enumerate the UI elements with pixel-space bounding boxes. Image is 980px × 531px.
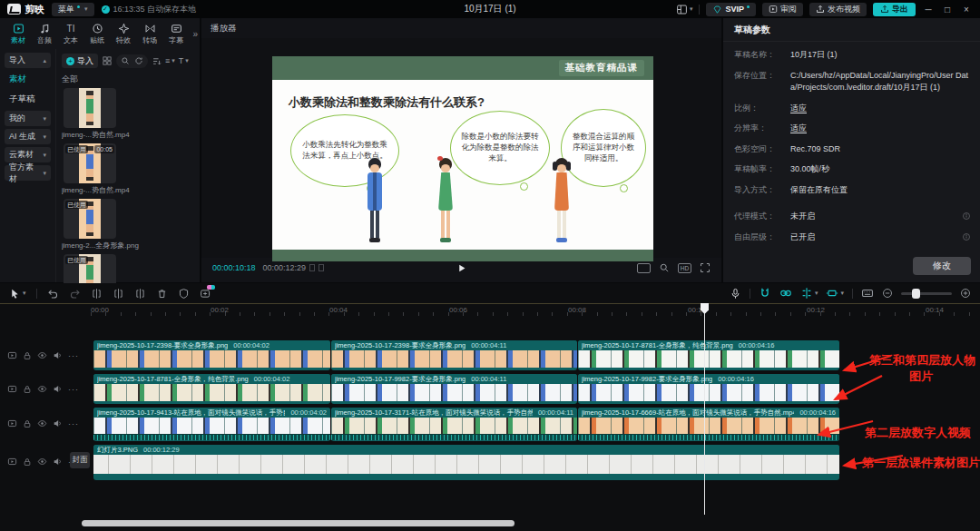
horizontal-scrollbar[interactable] [82,520,514,526]
timeline-ruler[interactable]: 00:00 00:02 00:04 00:06 00:08 00:10 00:1… [0,303,980,318]
modify-button[interactable]: 修改 [913,257,971,275]
track-type-icon[interactable] [7,384,17,394]
tab-text[interactable]: TI文本 [58,23,83,45]
tab-transition[interactable]: 转场 [137,23,162,45]
eye-icon[interactable] [37,457,47,467]
timeline-clip[interactable]: jimeng-2025-10-17-9982-要求全身形象.png00:00:0… [331,374,577,404]
param-value-link[interactable]: 适应 [790,123,807,135]
hd-preview-icon[interactable]: HD [678,263,691,273]
import-section-header[interactable]: 导入▴ [5,53,51,68]
mask-icon[interactable] [178,288,190,300]
app-logo[interactable]: 剪映 [7,3,44,16]
info-icon[interactable] [962,232,971,241]
mute-icon[interactable] [53,350,63,360]
export-button[interactable]: 导出 [873,3,916,16]
close-button[interactable]: × [960,5,973,15]
eye-icon[interactable] [37,418,47,428]
publish-button[interactable]: 发布视频 [809,3,867,16]
timeline-clip[interactable]: jimeng-2025-10-17-8781-全身形象，纯色背景.png00:0… [93,374,330,404]
split-right-icon[interactable] [134,288,146,300]
mute-icon[interactable] [53,457,63,467]
playhead[interactable] [704,303,705,515]
tab-audio[interactable]: 音频 [32,23,57,45]
split-left-icon[interactable] [113,288,124,300]
param-value-link[interactable]: 适应 [790,103,807,115]
timeline-clip[interactable]: jimeng-2025-10-17-8781-全身形象，纯色背景.png00:0… [578,340,839,370]
quality-icon[interactable] [637,263,651,273]
lock-icon[interactable] [23,385,32,394]
sidebar-group-official[interactable]: 官方素材▾ [5,165,51,181]
track-type-icon[interactable] [7,350,17,360]
more-icon[interactable]: ··· [68,419,79,428]
link-tracks-icon[interactable] [779,287,792,300]
mute-icon[interactable] [53,418,63,428]
tab-caption[interactable]: 字幕 [163,23,189,45]
play-button[interactable] [456,263,466,273]
select-tool-icon[interactable]: ▾ [9,288,26,300]
timeline-zoom-slider[interactable] [901,292,952,295]
frame-step-icon[interactable] [309,264,315,271]
adapt-view-icon[interactable]: ▾ [826,287,844,300]
search-box[interactable] [116,54,148,68]
smart-edit-icon[interactable] [200,288,211,300]
import-media-button[interactable]: +导入 [62,54,98,68]
lock-icon[interactable] [23,457,32,467]
more-icon[interactable]: ··· [68,351,79,360]
timeline-clip[interactable]: 幻灯片3.PNG00:00:12:29 [93,445,839,480]
preview-magnifier-icon[interactable] [659,262,670,273]
tab-material[interactable]: 素材 [5,23,31,45]
layout-switch-icon[interactable]: ▾ [676,4,693,15]
search-icon[interactable] [121,56,130,65]
mute-icon[interactable] [53,384,63,394]
redo-icon[interactable] [69,288,81,300]
fullscreen-icon[interactable] [700,262,710,273]
timeline-zoom-in-icon[interactable] [960,288,971,299]
zoom-slider-handle[interactable] [912,289,920,299]
track-type-icon[interactable] [7,457,17,467]
tab-effects[interactable]: 特效 [111,23,136,45]
cover-button[interactable]: 封面 [70,452,90,468]
shortcut-keyboard-icon[interactable] [861,287,874,300]
info-icon[interactable] [962,211,971,221]
split-icon[interactable] [91,288,103,300]
sidebar-group-cloud[interactable]: 云素材▾ [5,147,51,162]
filter-dropdown[interactable]: ≡▾ [165,56,175,65]
type-filter-dropdown[interactable]: T▾ [179,56,189,65]
tab-sticker[interactable]: 贴纸 [84,23,110,45]
timeline-zoom-out-icon[interactable] [882,288,893,299]
refresh-icon[interactable] [134,56,143,65]
svip-button[interactable]: SVIP [706,3,756,16]
timeline-clip[interactable]: jimeng-2025-10-17-6669-站在原地，面对镜头微笑说话，手势自… [578,408,839,441]
sidebar-item-material[interactable]: 素材 [5,71,51,88]
track-type-icon[interactable] [7,418,17,428]
more-tabs-chevron[interactable]: » [192,29,198,39]
sidebar-group-mine[interactable]: 我的▾ [5,111,51,126]
sidebar-item-subdraft[interactable]: 子草稿 [5,91,51,108]
timeline-clip[interactable]: jimeng-2025-10-17-9982-要求全身形象.png00:00:0… [578,374,839,404]
eye-icon[interactable] [37,350,47,360]
grid-view-icon[interactable] [102,55,113,66]
undo-icon[interactable] [47,288,59,300]
review-button[interactable]: 审阅 [762,3,803,16]
media-item[interactable]: jimeng-...势自然.mp4 [62,88,193,140]
snap-magnet-icon[interactable] [759,287,771,300]
timeline-clip[interactable]: jimeng-2025-10-17-2398-要求全身形象.png00:00:0… [331,340,577,370]
menu-button[interactable]: 菜单 ▾ [52,3,94,16]
player-stage[interactable]: 基础教育精品课 小数乘除法和整数乘除法有什么联系? 小数乘法先转化为整数乘法来算… [201,38,721,258]
media-item[interactable]: 已使用 00:05 jimeng-...势自然.mp4 [62,143,193,195]
all-filter-label[interactable]: 全部 [62,74,196,85]
delete-icon[interactable] [156,288,168,300]
sort-icon[interactable] [152,56,162,66]
record-mic-icon[interactable] [730,288,741,300]
minimize-button[interactable]: ─ [922,5,935,15]
timeline-clip[interactable]: jimeng-2025-10-17-3171-站在原地，面对镜头微笑说话，手势自… [331,408,577,441]
lock-icon[interactable] [23,351,32,360]
more-icon[interactable]: ··· [68,385,79,394]
maximize-button[interactable]: □ [941,5,954,15]
timeline-clip[interactable]: jimeng-2025-10-17-2398-要求全身形象.png00:00:0… [93,340,330,370]
lock-icon[interactable] [23,419,32,428]
preview-axis-icon[interactable]: ▾ [800,287,818,300]
eye-icon[interactable] [37,384,47,394]
timeline-clip[interactable]: jimeng-2025-10-17-9413-站在原地，面对镜头微笑说话，手势自… [93,408,330,441]
sidebar-group-ai[interactable]: AI 生成▾ [5,129,51,144]
